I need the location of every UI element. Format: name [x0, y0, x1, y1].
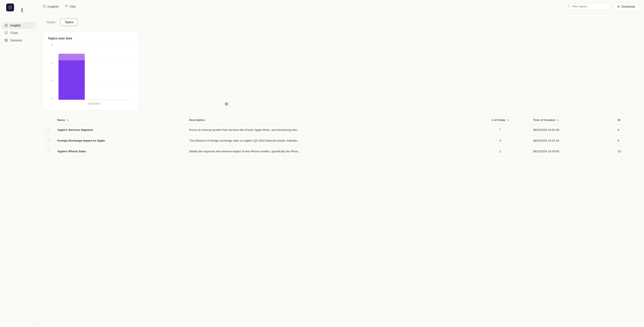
download-label: Download — [622, 5, 635, 8]
y-label-0: 0 — [48, 44, 52, 46]
chart-area: 6 4 2 0 — [48, 44, 134, 105]
filter-icon — [65, 5, 68, 9]
chart-y-axis: 6 4 2 0 — [48, 44, 52, 105]
content-area: Issues Topics Topics over time 6 4 2 0 — [37, 13, 644, 327]
filter-label: Filter — [70, 5, 76, 8]
row-desc-0: Focus on revenue growth from services li… — [186, 125, 471, 135]
table-section: Name ⇅ Description # of Chats ⇅ Time of … — [42, 116, 639, 322]
y-label-4: 4 — [48, 79, 52, 82]
col-time-header[interactable]: Time of Creation ⇅ — [530, 116, 614, 125]
filter-name-input-wrap — [564, 3, 610, 10]
row-expand-2[interactable]: › — [42, 146, 54, 157]
y-label-2: 2 — [48, 62, 52, 64]
data-table: Name ⇅ Description # of Chats ⇅ Time of … — [42, 116, 639, 157]
table-row: › Apple's Services Segment Focus on reve… — [42, 125, 639, 135]
chats-sort-icon: ⇅ — [507, 119, 509, 121]
search-icon — [567, 5, 570, 8]
topbar: Insights Filter — [37, 0, 644, 13]
download-button[interactable]: Download — [613, 3, 639, 10]
row-name-0: Apple's Services Segment — [54, 125, 186, 135]
sidebar: ▐ Insights Chats — [0, 0, 37, 327]
chart-plot: 22-08-2024 — [54, 44, 134, 105]
col-chats-header[interactable]: # of Chats ⇅ — [471, 116, 530, 125]
tab-topics[interactable]: Topics — [60, 19, 78, 26]
row-desc-1: The influence of foreign exchange rates … — [186, 135, 471, 146]
app-logo[interactable] — [6, 4, 14, 12]
expand-icon-0: › — [46, 128, 50, 132]
expand-icon-1: › — [46, 138, 50, 143]
time-sort-icon: ⇅ — [557, 119, 559, 121]
sidebar-chats-label: Chats — [10, 31, 18, 35]
bar-top — [58, 54, 85, 60]
chart-title: Topics over time — [48, 37, 134, 40]
chart-x-line — [58, 100, 129, 100]
row-chats-0: 7 — [471, 125, 530, 135]
sidebar-item-datasets[interactable]: Datasets — [2, 37, 35, 44]
table-row: › Foreign Exchange Impact on Apple The i… — [42, 135, 639, 146]
row-name-2: Apple's iPhone Sales — [54, 146, 186, 157]
row-id-2: 10 — [614, 146, 639, 157]
chart-bars — [54, 44, 134, 100]
row-chats-1: 4 — [471, 135, 530, 146]
sidebar-datasets-label: Datasets — [10, 39, 22, 42]
svg-rect-0 — [5, 39, 6, 40]
table-body: › Apple's Services Segment Focus on reve… — [42, 125, 639, 157]
chart-card: Topics over time 6 4 2 0 — [42, 31, 139, 111]
download-icon — [617, 5, 620, 8]
svg-rect-3 — [6, 41, 8, 42]
tab-issues[interactable]: Issues — [42, 19, 60, 26]
row-time-2: 08/22/2024 16:53:05 — [530, 146, 614, 157]
row-expand-0[interactable]: › — [42, 125, 54, 135]
topbar-insights-icon — [42, 5, 46, 9]
col-id-header: ID — [614, 116, 639, 125]
row-chats-2: 2 — [471, 146, 530, 157]
row-id-1: 9 — [614, 135, 639, 146]
expand-icon-2: › — [46, 149, 50, 153]
table-header: Name ⇅ Description # of Chats ⇅ Time of … — [42, 116, 639, 125]
row-time-1: 08/22/2024 16:51:44 — [530, 135, 614, 146]
main-content: Insights Filter — [37, 0, 644, 327]
svg-rect-2 — [5, 41, 6, 42]
sidebar-item-chats[interactable]: Chats — [2, 29, 35, 36]
datasets-icon — [4, 39, 8, 42]
chart-x-labels: 22-08-2024 — [54, 102, 134, 105]
bar-bottom — [58, 60, 85, 100]
y-label-6: 6 — [48, 97, 52, 100]
sidebar-nav: Insights Chats Datasets — [0, 22, 37, 44]
row-time-0: 08/22/2024 16:50:38 — [530, 125, 614, 135]
insights-icon — [4, 24, 8, 27]
row-name-1: Foreign Exchange Impact on Apple — [54, 135, 186, 146]
tabs: Issues Topics — [42, 19, 639, 26]
filter-name-input[interactable] — [572, 5, 607, 8]
col-expand-header — [42, 116, 54, 125]
sidebar-insights-label: Insights — [10, 24, 20, 27]
topbar-insights-text: Insights — [47, 5, 59, 8]
x-label: 22-08-2024 — [58, 102, 129, 105]
sidebar-item-insights[interactable]: Insights — [2, 22, 35, 29]
svg-rect-1 — [6, 39, 8, 40]
bar-group-1 — [58, 54, 85, 100]
topbar-title: Insights — [42, 5, 59, 9]
col-desc-header: Description — [186, 116, 471, 125]
filter-button[interactable]: Filter — [62, 3, 79, 10]
row-desc-2: Details the response and revenue impact … — [186, 146, 471, 157]
col-name-header[interactable]: Name ⇅ — [54, 116, 186, 125]
sidebar-toggle[interactable]: ▐ — [20, 8, 22, 12]
name-sort-icon: ⇅ — [67, 119, 68, 121]
table-row: › Apple's iPhone Sales Details the respo… — [42, 146, 639, 157]
row-id-0: 8 — [614, 125, 639, 135]
row-expand-1[interactable]: › — [42, 135, 54, 146]
chats-icon — [4, 31, 8, 35]
